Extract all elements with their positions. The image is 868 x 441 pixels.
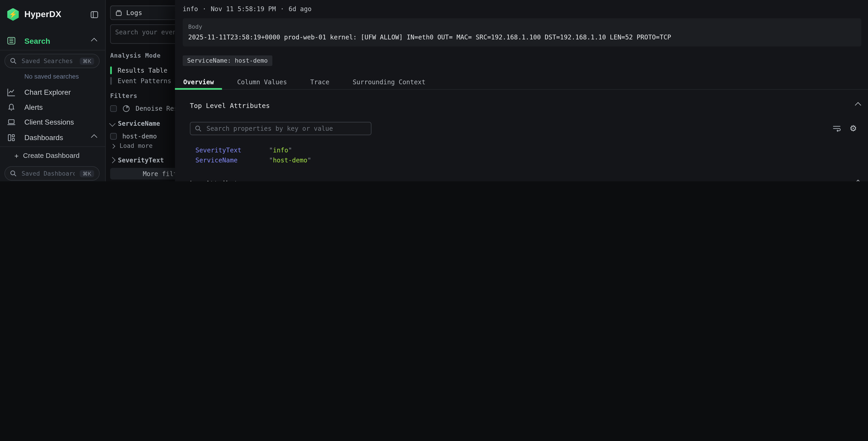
filter-value-label: host-demo xyxy=(122,133,157,140)
search-filters-panel: Logs Search your event Analysis Mode Res… xyxy=(105,0,175,181)
top-level-search-field[interactable] xyxy=(206,124,366,133)
attribute-row[interactable]: ServiceName host-demo xyxy=(175,155,868,165)
source-label: Logs xyxy=(126,9,142,17)
search-icon xyxy=(10,170,17,177)
hyperdx-logo-icon: ⚡ xyxy=(7,8,19,21)
denoise-filter[interactable]: Denoise Resul xyxy=(110,105,175,113)
active-indicator xyxy=(110,66,112,74)
detail-tabs: Overview Column Values Trace Surrounding… xyxy=(175,74,868,90)
wrap-lines-icon[interactable] xyxy=(832,125,840,133)
collapse-section-icon[interactable] xyxy=(855,180,861,181)
log-body-text: 2025-11-11T23:58:19+0000 prod-web-01 ker… xyxy=(188,33,856,41)
mode-results-table[interactable]: Results Table xyxy=(110,66,167,74)
app-window: ⚡ HyperDX Search ⌘K xyxy=(0,0,868,181)
sidebar-item-chart-explorer[interactable]: Chart Explorer xyxy=(0,86,105,97)
body-block: Body 2025-11-11T23:58:19+0000 prod-web-0… xyxy=(183,18,861,47)
sidebar-item-label: Client Sessions xyxy=(24,118,74,126)
gear-icon[interactable]: ⚙ xyxy=(849,125,857,133)
source-select[interactable]: Logs xyxy=(110,5,175,20)
checkbox[interactable] xyxy=(110,105,117,112)
service-name-chip[interactable]: ServiceName: host-demo xyxy=(183,55,272,66)
search-results-icon xyxy=(7,36,16,45)
inactive-indicator xyxy=(110,77,112,85)
brand-title: HyperDX xyxy=(24,9,61,19)
chevron-up-icon[interactable] xyxy=(91,134,97,141)
separator-dot: · xyxy=(280,5,284,13)
search-icon xyxy=(195,125,202,132)
attribute-key[interactable]: SeverityText xyxy=(195,145,241,155)
shortcut-badge: ⌘K xyxy=(80,57,94,65)
attribute-key[interactable]: ServiceName xyxy=(195,155,238,165)
divider xyxy=(0,146,105,147)
load-more-label: Load more xyxy=(120,142,153,150)
mode-label: Event Patterns xyxy=(118,77,172,85)
tab-trace[interactable]: Trace xyxy=(302,74,338,89)
severity-level: info xyxy=(183,5,198,13)
group-label: SeverityText xyxy=(118,156,164,164)
tab-overview[interactable]: Overview xyxy=(175,74,222,89)
sidebar-item-label: Alerts xyxy=(24,103,43,111)
saved-searches-input[interactable]: ⌘K xyxy=(4,54,99,68)
chart-icon xyxy=(7,87,16,96)
sidebar-item-label: Search xyxy=(24,36,50,45)
attribute-value[interactable]: info xyxy=(269,145,292,155)
laptop-icon xyxy=(7,117,16,126)
body-label: Body xyxy=(188,23,856,30)
filter-group-servicename[interactable]: ServiceName xyxy=(110,120,160,127)
filters-heading: Filters xyxy=(110,92,137,100)
checkbox[interactable] xyxy=(110,133,117,140)
section-title-log-attributes: Log Attributes xyxy=(190,179,246,181)
brand-row: ⚡ HyperDX xyxy=(0,7,105,22)
chevron-up-icon[interactable] xyxy=(91,37,97,44)
denoise-label: Denoise Resul xyxy=(136,105,175,113)
sidebar-item-client-sessions[interactable]: Client Sessions xyxy=(0,116,105,127)
dashboards-icon xyxy=(7,133,16,142)
section-title-top-level: Top Level Attributes xyxy=(190,102,270,110)
divider xyxy=(0,50,105,50)
no-saved-searches-note: No saved searches xyxy=(0,73,105,80)
shortcut-badge: ⌘K xyxy=(80,170,94,177)
top-level-search[interactable] xyxy=(190,122,371,135)
denoise-icon xyxy=(122,105,130,113)
attribute-value[interactable]: host-demo xyxy=(269,155,311,165)
sidebar-item-alerts[interactable]: Alerts xyxy=(0,101,105,113)
filter-group-severitytext[interactable]: SeverityText xyxy=(110,156,164,164)
mode-label: Results Table xyxy=(118,66,167,74)
attribute-row[interactable]: SeverityText info xyxy=(175,145,868,155)
logs-source-icon xyxy=(115,9,123,17)
analysis-mode-heading: Analysis Mode xyxy=(110,52,161,59)
saved-dashboards-field[interactable] xyxy=(21,169,76,177)
saved-dashboards-input[interactable]: ⌘K xyxy=(4,166,99,181)
search-icon xyxy=(10,58,17,64)
mode-event-patterns[interactable]: Event Patterns xyxy=(110,77,171,85)
event-header: info · Nov 11 5:58:19 PM · 6d ago xyxy=(183,5,311,13)
create-dashboard-button[interactable]: + Create Dashboard xyxy=(0,151,105,161)
group-label: ServiceName xyxy=(118,120,160,127)
filter-value-host-demo[interactable]: host-demo xyxy=(110,133,157,140)
collapse-section-icon[interactable] xyxy=(855,102,861,109)
sidebar-item-label: Dashboards xyxy=(24,133,63,142)
tab-surrounding-context[interactable]: Surrounding Context xyxy=(344,74,434,89)
bell-icon xyxy=(7,102,16,112)
chevron-right-icon xyxy=(111,144,116,149)
plus-icon: + xyxy=(14,151,19,160)
chevron-right-icon xyxy=(109,157,116,163)
collapse-sidebar-icon[interactable] xyxy=(90,10,98,19)
more-filters-button[interactable]: More filte xyxy=(110,168,175,179)
separator-dot: · xyxy=(203,5,206,13)
load-more-button[interactable]: Load more xyxy=(110,142,153,150)
chevron-down-icon xyxy=(109,120,116,127)
sidebar-item-label: Chart Explorer xyxy=(24,88,71,96)
section-tools: ⚙ xyxy=(832,125,857,133)
create-dashboard-label: Create Dashboard xyxy=(23,152,80,159)
event-search-input[interactable]: Search your event xyxy=(110,24,175,44)
sidebar: ⚡ HyperDX Search ⌘K xyxy=(0,0,106,181)
event-timestamp: Nov 11 5:58:19 PM xyxy=(211,5,276,13)
saved-searches-field[interactable] xyxy=(21,57,76,65)
sidebar-item-dashboards[interactable]: Dashboards xyxy=(0,132,105,143)
sidebar-item-search[interactable]: Search xyxy=(0,35,105,47)
tab-column-values[interactable]: Column Values xyxy=(229,74,295,89)
event-detail-panel: info · Nov 11 5:58:19 PM · 6d ago Body 2… xyxy=(175,0,868,181)
event-age: 6d ago xyxy=(288,5,311,13)
